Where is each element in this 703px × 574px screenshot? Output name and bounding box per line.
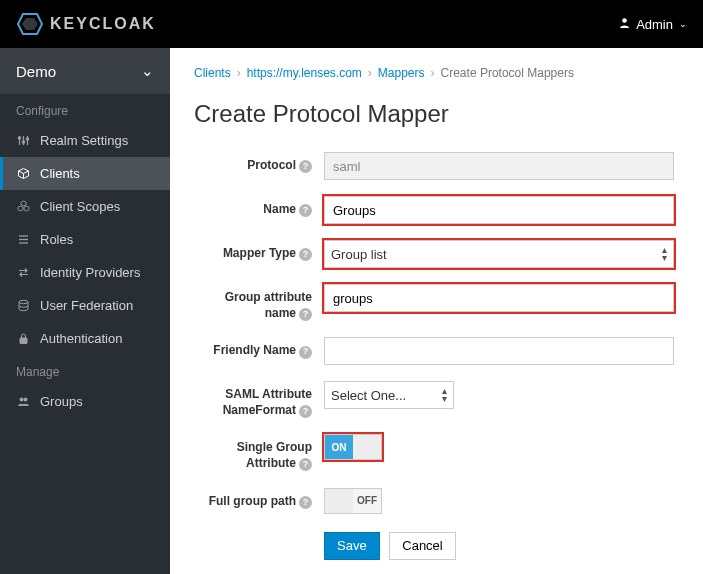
section-manage: Manage — [0, 355, 170, 385]
group-attribute-name-field[interactable] — [324, 284, 674, 312]
name-format-select[interactable]: Select One... ▴▾ — [324, 381, 454, 409]
realm-name: Demo — [16, 63, 56, 80]
cube-icon — [16, 167, 30, 180]
label-full-path: Full group path? — [194, 488, 324, 510]
brand-text: KEYCLOAK — [50, 15, 156, 33]
mapper-type-select[interactable]: Group list ▴▾ — [324, 240, 674, 268]
svg-point-19 — [23, 398, 27, 402]
sidebar-item-realm-settings[interactable]: Realm Settings — [0, 124, 170, 157]
breadcrumb-client-url[interactable]: https://my.lenses.com — [247, 66, 362, 80]
sidebar-item-label: Identity Providers — [40, 265, 140, 280]
label-protocol: Protocol? — [194, 152, 324, 174]
sidebar-item-label: Realm Settings — [40, 133, 128, 148]
brand[interactable]: KEYCLOAK — [16, 10, 156, 38]
friendly-name-field[interactable] — [324, 337, 674, 365]
list-icon — [16, 233, 30, 246]
label-friendly: Friendly Name? — [194, 337, 324, 359]
sidebar-item-label: User Federation — [40, 298, 133, 313]
help-icon[interactable]: ? — [299, 496, 312, 509]
user-icon — [619, 17, 630, 31]
sidebar-item-clients[interactable]: Clients — [0, 157, 170, 190]
user-name: Admin — [636, 17, 673, 32]
protocol-field — [324, 152, 674, 180]
help-icon[interactable]: ? — [299, 160, 312, 173]
toggle-on-label: ON — [325, 435, 353, 459]
help-icon[interactable]: ? — [299, 204, 312, 217]
chevron-down-icon: ⌄ — [141, 62, 154, 80]
group-icon — [16, 395, 30, 408]
sidebar-item-label: Authentication — [40, 331, 122, 346]
svg-marker-12 — [24, 206, 29, 211]
sort-icon: ▴▾ — [442, 387, 447, 403]
database-icon — [16, 299, 30, 312]
lock-icon — [16, 332, 30, 345]
label-mapper-type: Mapper Type? — [194, 240, 324, 262]
page-title: Create Protocol Mapper — [194, 100, 679, 128]
chevron-right-icon: › — [431, 66, 435, 80]
sidebar-item-label: Client Scopes — [40, 199, 120, 214]
svg-marker-11 — [18, 206, 23, 211]
exchange-icon — [16, 266, 30, 279]
svg-marker-10 — [21, 201, 26, 206]
sort-icon: ▴▾ — [662, 246, 667, 262]
label-single-group: Single Group Attribute? — [194, 434, 324, 471]
name-field[interactable] — [324, 196, 674, 224]
label-name: Name? — [194, 196, 324, 218]
sidebar-item-groups[interactable]: Groups — [0, 385, 170, 418]
single-group-attribute-toggle[interactable]: ON — [324, 434, 382, 460]
chevron-right-icon: › — [237, 66, 241, 80]
help-icon[interactable]: ? — [299, 308, 312, 321]
keycloak-logo-icon — [16, 10, 44, 38]
sidebar-item-roles[interactable]: Roles — [0, 223, 170, 256]
help-icon[interactable]: ? — [299, 248, 312, 261]
help-icon[interactable]: ? — [299, 458, 312, 471]
sidebar-item-authentication[interactable]: Authentication — [0, 322, 170, 355]
realm-selector[interactable]: Demo ⌄ — [0, 48, 170, 94]
svg-point-16 — [19, 300, 28, 303]
topbar: KEYCLOAK Admin ⌄ — [0, 0, 703, 48]
sidebar-item-user-federation[interactable]: User Federation — [0, 289, 170, 322]
svg-point-7 — [22, 141, 24, 143]
sidebar-item-label: Clients — [40, 166, 80, 181]
chevron-down-icon: ⌄ — [679, 19, 687, 29]
user-menu[interactable]: Admin ⌄ — [619, 17, 687, 32]
svg-point-8 — [26, 138, 28, 140]
svg-rect-17 — [20, 338, 27, 344]
section-configure: Configure — [0, 94, 170, 124]
breadcrumb: Clients › https://my.lenses.com › Mapper… — [194, 66, 679, 80]
help-icon[interactable]: ? — [299, 346, 312, 359]
svg-point-2 — [622, 18, 627, 23]
breadcrumb-mappers[interactable]: Mappers — [378, 66, 425, 80]
save-button[interactable]: Save — [324, 532, 380, 560]
full-group-path-toggle[interactable]: OFF — [324, 488, 382, 514]
svg-point-18 — [19, 398, 23, 402]
sidebar-item-label: Groups — [40, 394, 83, 409]
breadcrumb-current: Create Protocol Mappers — [441, 66, 574, 80]
cancel-button[interactable]: Cancel — [389, 532, 455, 560]
toggle-off-label: OFF — [353, 489, 381, 513]
sliders-icon — [16, 134, 30, 147]
sidebar-item-identity-providers[interactable]: Identity Providers — [0, 256, 170, 289]
sidebar: Demo ⌄ Configure Realm Settings Clients … — [0, 48, 170, 574]
svg-point-6 — [18, 137, 20, 139]
label-name-format: SAML Attribute NameFormat? — [194, 381, 324, 418]
chevron-right-icon: › — [368, 66, 372, 80]
sidebar-item-label: Roles — [40, 232, 73, 247]
svg-marker-1 — [22, 18, 38, 30]
breadcrumb-clients[interactable]: Clients — [194, 66, 231, 80]
help-icon[interactable]: ? — [299, 405, 312, 418]
label-group-attr: Group attribute name? — [194, 284, 324, 321]
main-content: Clients › https://my.lenses.com › Mapper… — [170, 48, 703, 574]
sidebar-item-client-scopes[interactable]: Client Scopes — [0, 190, 170, 223]
cubes-icon — [16, 200, 30, 213]
